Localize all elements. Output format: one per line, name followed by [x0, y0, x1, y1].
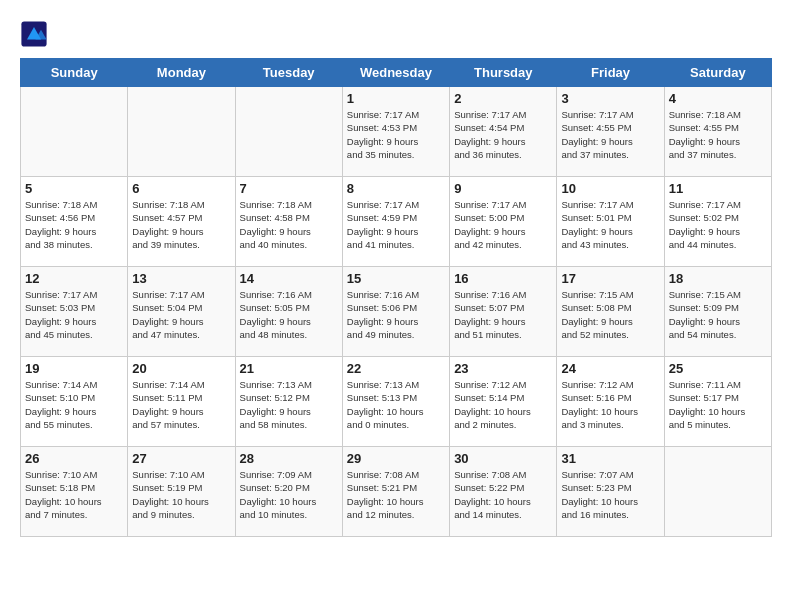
day-info: Sunrise: 7:11 AM Sunset: 5:17 PM Dayligh… — [669, 378, 767, 431]
week-row-4: 19Sunrise: 7:14 AM Sunset: 5:10 PM Dayli… — [21, 357, 772, 447]
calendar-body: 1Sunrise: 7:17 AM Sunset: 4:53 PM Daylig… — [21, 87, 772, 537]
calendar-cell: 3Sunrise: 7:17 AM Sunset: 4:55 PM Daylig… — [557, 87, 664, 177]
calendar-cell: 31Sunrise: 7:07 AM Sunset: 5:23 PM Dayli… — [557, 447, 664, 537]
day-info: Sunrise: 7:17 AM Sunset: 4:53 PM Dayligh… — [347, 108, 445, 161]
day-number: 15 — [347, 271, 445, 286]
day-number: 8 — [347, 181, 445, 196]
day-info: Sunrise: 7:12 AM Sunset: 5:14 PM Dayligh… — [454, 378, 552, 431]
week-row-3: 12Sunrise: 7:17 AM Sunset: 5:03 PM Dayli… — [21, 267, 772, 357]
day-info: Sunrise: 7:13 AM Sunset: 5:12 PM Dayligh… — [240, 378, 338, 431]
calendar-cell — [21, 87, 128, 177]
calendar-cell: 4Sunrise: 7:18 AM Sunset: 4:55 PM Daylig… — [664, 87, 771, 177]
day-number: 26 — [25, 451, 123, 466]
day-number: 1 — [347, 91, 445, 106]
day-number: 19 — [25, 361, 123, 376]
day-info: Sunrise: 7:15 AM Sunset: 5:08 PM Dayligh… — [561, 288, 659, 341]
calendar-cell: 24Sunrise: 7:12 AM Sunset: 5:16 PM Dayli… — [557, 357, 664, 447]
calendar-cell: 18Sunrise: 7:15 AM Sunset: 5:09 PM Dayli… — [664, 267, 771, 357]
day-of-week-sunday: Sunday — [21, 59, 128, 87]
calendar-cell: 7Sunrise: 7:18 AM Sunset: 4:58 PM Daylig… — [235, 177, 342, 267]
day-number: 10 — [561, 181, 659, 196]
calendar-cell: 8Sunrise: 7:17 AM Sunset: 4:59 PM Daylig… — [342, 177, 449, 267]
day-info: Sunrise: 7:10 AM Sunset: 5:18 PM Dayligh… — [25, 468, 123, 521]
day-number: 3 — [561, 91, 659, 106]
day-number: 14 — [240, 271, 338, 286]
day-number: 12 — [25, 271, 123, 286]
calendar-cell: 23Sunrise: 7:12 AM Sunset: 5:14 PM Dayli… — [450, 357, 557, 447]
day-number: 25 — [669, 361, 767, 376]
calendar-cell: 13Sunrise: 7:17 AM Sunset: 5:04 PM Dayli… — [128, 267, 235, 357]
day-number: 18 — [669, 271, 767, 286]
calendar-cell: 2Sunrise: 7:17 AM Sunset: 4:54 PM Daylig… — [450, 87, 557, 177]
day-number: 5 — [25, 181, 123, 196]
day-of-week-monday: Monday — [128, 59, 235, 87]
calendar-cell: 12Sunrise: 7:17 AM Sunset: 5:03 PM Dayli… — [21, 267, 128, 357]
day-info: Sunrise: 7:13 AM Sunset: 5:13 PM Dayligh… — [347, 378, 445, 431]
calendar-cell: 10Sunrise: 7:17 AM Sunset: 5:01 PM Dayli… — [557, 177, 664, 267]
day-of-week-tuesday: Tuesday — [235, 59, 342, 87]
calendar-cell: 29Sunrise: 7:08 AM Sunset: 5:21 PM Dayli… — [342, 447, 449, 537]
calendar-cell: 19Sunrise: 7:14 AM Sunset: 5:10 PM Dayli… — [21, 357, 128, 447]
calendar-cell: 9Sunrise: 7:17 AM Sunset: 5:00 PM Daylig… — [450, 177, 557, 267]
day-info: Sunrise: 7:17 AM Sunset: 4:55 PM Dayligh… — [561, 108, 659, 161]
day-info: Sunrise: 7:14 AM Sunset: 5:11 PM Dayligh… — [132, 378, 230, 431]
calendar-table: SundayMondayTuesdayWednesdayThursdayFrid… — [20, 58, 772, 537]
day-info: Sunrise: 7:16 AM Sunset: 5:06 PM Dayligh… — [347, 288, 445, 341]
day-number: 9 — [454, 181, 552, 196]
day-info: Sunrise: 7:15 AM Sunset: 5:09 PM Dayligh… — [669, 288, 767, 341]
day-number: 6 — [132, 181, 230, 196]
day-number: 11 — [669, 181, 767, 196]
week-row-1: 1Sunrise: 7:17 AM Sunset: 4:53 PM Daylig… — [21, 87, 772, 177]
calendar-cell: 5Sunrise: 7:18 AM Sunset: 4:56 PM Daylig… — [21, 177, 128, 267]
calendar-cell: 25Sunrise: 7:11 AM Sunset: 5:17 PM Dayli… — [664, 357, 771, 447]
calendar-cell: 6Sunrise: 7:18 AM Sunset: 4:57 PM Daylig… — [128, 177, 235, 267]
calendar-cell: 30Sunrise: 7:08 AM Sunset: 5:22 PM Dayli… — [450, 447, 557, 537]
day-number: 29 — [347, 451, 445, 466]
calendar-cell: 11Sunrise: 7:17 AM Sunset: 5:02 PM Dayli… — [664, 177, 771, 267]
day-of-week-friday: Friday — [557, 59, 664, 87]
day-number: 2 — [454, 91, 552, 106]
calendar-cell: 27Sunrise: 7:10 AM Sunset: 5:19 PM Dayli… — [128, 447, 235, 537]
day-number: 21 — [240, 361, 338, 376]
logo — [20, 20, 50, 48]
day-info: Sunrise: 7:16 AM Sunset: 5:05 PM Dayligh… — [240, 288, 338, 341]
calendar-cell: 28Sunrise: 7:09 AM Sunset: 5:20 PM Dayli… — [235, 447, 342, 537]
day-info: Sunrise: 7:17 AM Sunset: 5:03 PM Dayligh… — [25, 288, 123, 341]
day-info: Sunrise: 7:14 AM Sunset: 5:10 PM Dayligh… — [25, 378, 123, 431]
week-row-5: 26Sunrise: 7:10 AM Sunset: 5:18 PM Dayli… — [21, 447, 772, 537]
day-number: 17 — [561, 271, 659, 286]
week-row-2: 5Sunrise: 7:18 AM Sunset: 4:56 PM Daylig… — [21, 177, 772, 267]
day-number: 20 — [132, 361, 230, 376]
day-info: Sunrise: 7:09 AM Sunset: 5:20 PM Dayligh… — [240, 468, 338, 521]
page-header — [20, 20, 772, 48]
day-info: Sunrise: 7:18 AM Sunset: 4:55 PM Dayligh… — [669, 108, 767, 161]
calendar-header: SundayMondayTuesdayWednesdayThursdayFrid… — [21, 59, 772, 87]
calendar-cell — [128, 87, 235, 177]
day-of-week-thursday: Thursday — [450, 59, 557, 87]
day-info: Sunrise: 7:18 AM Sunset: 4:56 PM Dayligh… — [25, 198, 123, 251]
calendar-cell: 1Sunrise: 7:17 AM Sunset: 4:53 PM Daylig… — [342, 87, 449, 177]
calendar-cell: 16Sunrise: 7:16 AM Sunset: 5:07 PM Dayli… — [450, 267, 557, 357]
calendar-cell: 17Sunrise: 7:15 AM Sunset: 5:08 PM Dayli… — [557, 267, 664, 357]
day-info: Sunrise: 7:12 AM Sunset: 5:16 PM Dayligh… — [561, 378, 659, 431]
day-info: Sunrise: 7:17 AM Sunset: 5:02 PM Dayligh… — [669, 198, 767, 251]
day-of-week-saturday: Saturday — [664, 59, 771, 87]
calendar-cell: 21Sunrise: 7:13 AM Sunset: 5:12 PM Dayli… — [235, 357, 342, 447]
calendar-cell: 15Sunrise: 7:16 AM Sunset: 5:06 PM Dayli… — [342, 267, 449, 357]
day-info: Sunrise: 7:17 AM Sunset: 5:00 PM Dayligh… — [454, 198, 552, 251]
day-info: Sunrise: 7:10 AM Sunset: 5:19 PM Dayligh… — [132, 468, 230, 521]
day-number: 27 — [132, 451, 230, 466]
day-number: 23 — [454, 361, 552, 376]
day-info: Sunrise: 7:08 AM Sunset: 5:21 PM Dayligh… — [347, 468, 445, 521]
day-number: 4 — [669, 91, 767, 106]
day-info: Sunrise: 7:17 AM Sunset: 5:04 PM Dayligh… — [132, 288, 230, 341]
day-info: Sunrise: 7:17 AM Sunset: 5:01 PM Dayligh… — [561, 198, 659, 251]
day-number: 7 — [240, 181, 338, 196]
day-number: 28 — [240, 451, 338, 466]
day-info: Sunrise: 7:18 AM Sunset: 4:57 PM Dayligh… — [132, 198, 230, 251]
day-number: 24 — [561, 361, 659, 376]
calendar-cell: 22Sunrise: 7:13 AM Sunset: 5:13 PM Dayli… — [342, 357, 449, 447]
logo-icon — [20, 20, 48, 48]
calendar-cell — [664, 447, 771, 537]
day-number: 13 — [132, 271, 230, 286]
